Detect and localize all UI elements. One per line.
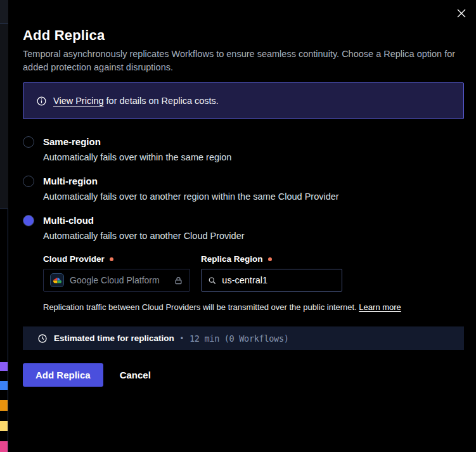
radio-selected-icon[interactable] [23,215,34,226]
option-text: Multi-region Automatically fails over to… [43,175,339,203]
replica-form-row: Cloud Provider [43,254,401,292]
replica-region-label: Replica Region [201,254,342,264]
learn-more-link[interactable]: Learn more [359,302,401,312]
replica-region-input[interactable] [222,275,335,285]
close-icon[interactable] [454,6,468,20]
option-description: Automatically fails over to another regi… [43,191,339,203]
estimate-value: 12 min (0 Workflows) [190,333,289,344]
background-stripe-blue [0,381,8,390]
close-x-glyph [456,8,466,18]
radio-unselected-icon[interactable] [23,176,34,187]
cloud-provider-field-group: Cloud Provider [43,254,190,292]
background-stripe-yellow [0,421,8,431]
background-header-edge [0,0,8,24]
background-stripe-pink [0,441,8,452]
estimate-separator: • [181,334,183,343]
cloud-provider-select[interactable]: Google Cloud Platform [43,269,190,292]
pricing-banner-rest: for details on Replica costs. [104,96,219,106]
background-stripe-purple [0,362,8,371]
pricing-banner: View Pricing for details on Replica cost… [23,82,464,119]
pricing-banner-text: View Pricing for details on Replica cost… [53,96,219,106]
cancel-button[interactable]: Cancel [107,363,164,387]
cloud-provider-value: Google Cloud Platform [70,275,168,285]
radio-option-multi-cloud[interactable]: Multi-cloud Automatically fails over to … [23,214,464,313]
search-icon [208,276,216,285]
option-text: Same-region Automatically fails over wit… [43,136,231,164]
cloud-provider-label: Cloud Provider [43,254,190,264]
option-label: Multi-cloud [43,214,401,226]
modal-description: Temporal asynchronously replicates Workf… [23,48,464,74]
gcp-logo-icon [50,273,64,287]
option-description: Automatically fails over to another Clou… [43,230,401,242]
option-description: Automatically fails over within the same… [43,152,231,164]
estimate-banner: Estimated time for replication • 12 min … [23,326,464,350]
radio-option-multi-region[interactable]: Multi-region Automatically fails over to… [23,175,464,203]
replica-region-field-group: Replica Region [201,254,342,292]
cloud-provider-label-text: Cloud Provider [43,254,105,264]
required-dot [110,257,113,261]
background-page-edge [0,0,8,452]
add-replica-button[interactable]: Add Replica [23,363,103,387]
option-label: Same-region [43,136,231,148]
public-internet-note: Replication traffic between Cloud Provid… [43,302,401,313]
option-label: Multi-region [43,175,339,187]
lock-icon [174,276,183,285]
background-panel-edge [0,24,8,209]
info-icon [36,96,47,107]
radio-unselected-icon[interactable] [23,136,34,148]
multi-cloud-section: Multi-cloud Automatically fails over to … [43,214,401,313]
note-text: Replication traffic between Cloud Provid… [43,302,357,312]
radio-option-same-region[interactable]: Same-region Automatically fails over wit… [23,136,464,164]
view-pricing-link[interactable]: View Pricing [53,96,104,106]
replica-region-label-text: Replica Region [201,254,263,264]
background-stripe-orange [0,400,8,411]
clock-icon [37,333,48,344]
required-dot [268,257,272,261]
modal-actions: Add Replica Cancel [23,363,464,387]
page-title: Add Replica [23,28,464,43]
estimate-label: Estimated time for replication [54,333,174,343]
add-replica-modal: Add Replica Temporal asynchronously repl… [8,0,476,452]
replica-region-field[interactable] [201,269,342,292]
